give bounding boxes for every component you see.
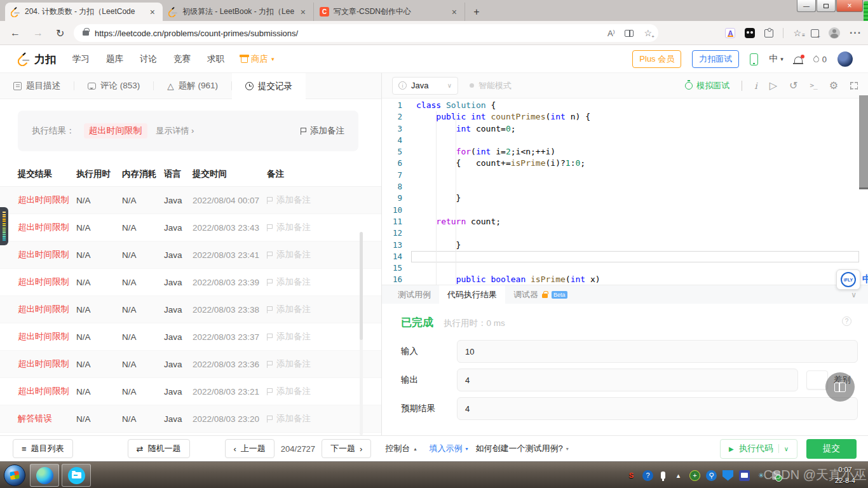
colorful-tray-icon[interactable] <box>756 470 766 481</box>
output-value-box[interactable]: 4 <box>457 369 798 391</box>
code-line[interactable]: return count; <box>411 216 868 227</box>
submission-row[interactable]: 解答错误N/AN/AJava2022/08/03 23:20添加备注 <box>0 405 381 433</box>
submission-row[interactable]: 超出时间限制N/AN/AJava2022/08/03 23:36添加备注 <box>0 351 381 378</box>
page-scrollbar-thumb[interactable] <box>859 95 868 189</box>
code-line[interactable]: class Solution { <box>411 100 868 111</box>
mock-interview-button[interactable]: 模拟面试 <box>685 80 729 92</box>
scrollbar-thumb[interactable] <box>360 232 363 340</box>
problem-list-button[interactable]: 题目列表 <box>13 439 73 458</box>
collections-icon[interactable] <box>811 29 819 37</box>
code-area[interactable]: class Solution { public int countPrimes(… <box>411 98 868 285</box>
notifications-bell-icon[interactable] <box>794 57 803 64</box>
address-bar[interactable]: https://leetcode.cn/problems/count-prime… <box>74 24 658 42</box>
tab-description[interactable]: 题目描述 <box>0 73 74 98</box>
nav-item-contest[interactable]: 竞赛 <box>173 53 191 65</box>
code-line[interactable] <box>411 262 868 274</box>
browser-tab[interactable]: 204. 计数质数 - 力扣（LeetCode <box>5 3 163 21</box>
favorites-icon[interactable] <box>793 28 801 38</box>
code-line[interactable]: { count+=isPrime(i)?1:0; <box>411 158 868 169</box>
add-favorite-icon[interactable] <box>644 28 652 38</box>
split-screen-icon[interactable] <box>625 30 634 37</box>
tray-expand-icon[interactable] <box>673 470 684 481</box>
submission-row[interactable]: 超出时间限制N/AN/AJava2022/08/03 23:39添加备注 <box>0 269 381 296</box>
tab-submissions[interactable]: 提交记录 <box>232 73 306 99</box>
help-tray-icon[interactable] <box>642 470 653 481</box>
user-avatar[interactable] <box>837 51 853 67</box>
submission-row[interactable]: 超出时间限制N/AN/AJava2022/08/03 23:38添加备注 <box>0 296 381 323</box>
browser-menu-icon[interactable] <box>850 27 862 39</box>
code-line[interactable]: public int countPrimes(int n) { <box>411 111 868 123</box>
add-note-button[interactable]: 添加备注 <box>267 331 381 342</box>
url-text[interactable]: https://leetcode.cn/problems/count-prime… <box>95 29 607 38</box>
run-icon[interactable] <box>770 79 777 92</box>
dark-mode-extension-icon[interactable] <box>745 28 755 38</box>
add-note-button[interactable]: 添加备注 <box>267 194 381 206</box>
diff-toggle[interactable] <box>806 370 828 390</box>
fill-example-link[interactable]: 填入示例 <box>429 443 468 454</box>
restore-button[interactable] <box>817 0 836 12</box>
add-note-button[interactable]: 添加备注 <box>267 222 381 233</box>
close-tab-icon[interactable] <box>450 7 459 17</box>
console-toggle[interactable]: 控制台 <box>385 443 416 454</box>
ime-badge[interactable] <box>836 269 860 290</box>
leetcode-logo[interactable]: 力扣 <box>18 52 56 67</box>
nav-item-store[interactable]: 商店 <box>241 53 275 65</box>
terminal-icon[interactable] <box>810 81 817 90</box>
submission-row[interactable]: 超出时间限制N/AN/AJava2022/08/03 23:41添加备注 <box>0 241 381 269</box>
add-note-button[interactable]: 添加备注 <box>267 249 381 261</box>
code-line[interactable]: int count=0; <box>411 123 868 135</box>
browser-tab[interactable]: C写文章-CSDN创作中心 <box>314 3 465 21</box>
feedback-float-button[interactable] <box>825 372 855 402</box>
add-note-button[interactable]: 添加备注 <box>267 413 381 424</box>
extensions-icon[interactable] <box>764 29 773 37</box>
code-line[interactable]: } <box>411 240 868 251</box>
submission-row[interactable]: 超出时间限制N/AN/AJava2022/08/03 23:43添加备注 <box>0 214 381 241</box>
code-line[interactable] <box>411 181 868 193</box>
read-aloud-icon[interactable] <box>607 29 614 38</box>
code-line[interactable] <box>411 227 868 239</box>
tab-debugger[interactable]: 调试器 Beta <box>505 285 576 304</box>
submission-row[interactable]: 超出时间限制N/AN/AJava2022/08/04 00:07添加备注 <box>0 187 381 214</box>
extension-side-handle[interactable] <box>0 207 8 245</box>
prev-problem-button[interactable]: 上一题 <box>225 439 275 458</box>
close-tab-icon[interactable] <box>148 7 157 17</box>
nav-item-discuss[interactable]: 讨论 <box>140 53 157 65</box>
add-note-button[interactable]: 添加备注 <box>267 276 381 288</box>
add-note-button[interactable]: 添加备注 <box>267 386 381 397</box>
fullscreen-icon[interactable] <box>850 82 858 90</box>
tab-run-result[interactable]: 代码执行结果 <box>439 285 505 304</box>
submission-row[interactable]: 超出时间限制N/AN/AJava2022/08/03 23:21添加备注 <box>0 378 381 405</box>
nav-item-problems[interactable]: 题库 <box>106 53 123 65</box>
antivirus-plus-icon[interactable] <box>689 470 700 481</box>
editor-settings-icon[interactable] <box>829 79 838 92</box>
add-note-button[interactable]: 添加备注 <box>301 125 344 137</box>
new-tab-button[interactable] <box>469 4 484 20</box>
reset-code-icon[interactable] <box>789 79 797 92</box>
minimize-button[interactable] <box>797 0 816 12</box>
taskbar-edge-button[interactable] <box>30 464 59 487</box>
language-dropdown[interactable]: i Java <box>392 77 458 95</box>
mobile-app-icon[interactable] <box>750 53 758 65</box>
random-problem-button[interactable]: 随机一题 <box>128 439 190 458</box>
security-shield-icon[interactable] <box>722 470 733 481</box>
safe-key-icon[interactable]: ⚲ <box>706 470 717 481</box>
forward-button[interactable] <box>33 27 43 39</box>
submission-row[interactable]: 超出时间限制N/AN/AJava2022/08/03 23:37添加备注 <box>0 323 381 351</box>
testcase-help-link[interactable]: 如何创建一个测试用例? <box>475 443 568 454</box>
close-tab-icon[interactable] <box>299 7 308 17</box>
code-line[interactable] <box>411 135 868 146</box>
code-line[interactable]: } <box>411 193 868 204</box>
start-button[interactable] <box>4 464 25 486</box>
editor-info-icon[interactable]: i <box>754 81 757 91</box>
collapse-panel-icon[interactable] <box>851 290 857 299</box>
input-value-box[interactable]: 10 <box>457 340 858 363</box>
mail-tray-icon[interactable] <box>739 470 750 481</box>
tab-solutions[interactable]: 题解 (961) <box>154 73 231 98</box>
tab-testcase[interactable]: 测试用例 <box>390 285 439 304</box>
translate-extension-icon[interactable] <box>725 28 735 38</box>
submit-button[interactable]: 提交 <box>806 439 857 459</box>
code-line[interactable] <box>411 170 868 181</box>
close-button[interactable] <box>836 0 863 12</box>
streak-counter[interactable]: 0 <box>813 55 827 64</box>
tab-comments[interactable]: 评论 (853) <box>74 73 153 98</box>
